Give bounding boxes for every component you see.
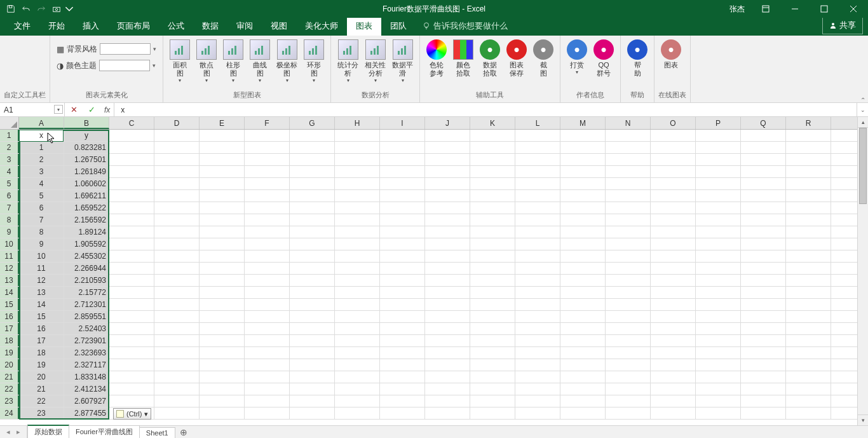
cell-Q9[interactable] [741,226,786,238]
cell-B2[interactable]: 0.823281 [64,142,109,153]
cell-H23[interactable] [335,395,380,407]
cell-H19[interactable] [335,347,380,359]
cell-G7[interactable] [290,202,335,214]
save-button[interactable] [4,2,18,16]
cell-K10[interactable] [470,238,515,250]
cell-P19[interactable] [696,347,741,359]
cell-N15[interactable] [606,299,651,310]
cell-O4[interactable] [651,166,696,177]
row-header-13[interactable]: 13 [0,275,19,286]
cell-P24[interactable] [696,407,741,419]
cell-M1[interactable] [560,130,606,141]
cell-L3[interactable] [515,154,560,165]
cell-A1[interactable]: x [19,130,64,141]
cell-E2[interactable] [200,142,245,153]
cell-C4[interactable] [109,166,154,177]
cell-L11[interactable] [515,250,560,262]
cell-F5[interactable] [245,178,290,189]
cell-O24[interactable] [651,407,696,419]
menu-tab-10[interactable]: 团队 [381,17,416,36]
col-header-L[interactable]: L [515,117,560,129]
cell-F12[interactable] [245,263,290,274]
cell-F6[interactable] [245,190,290,202]
cell-P12[interactable] [696,263,741,274]
name-box-dropdown[interactable]: ▾ [54,105,63,114]
cell-K11[interactable] [470,250,515,262]
cell-N9[interactable] [606,226,651,238]
cell-H24[interactable] [335,407,380,419]
cell-L2[interactable] [515,142,560,153]
cell-P21[interactable] [696,371,741,383]
cell-N6[interactable] [606,190,651,202]
cell-F13[interactable] [245,275,290,286]
cell-L19[interactable] [515,347,560,359]
cell-I24[interactable] [380,407,425,419]
cell-H15[interactable] [335,299,380,310]
cell-A2[interactable]: 1 [19,142,64,153]
cell-H9[interactable] [335,226,380,238]
col-header-D[interactable]: D [154,117,200,129]
cell-O7[interactable] [651,202,696,214]
cell-O1[interactable] [651,130,696,141]
cell-H1[interactable] [335,130,380,141]
cell-C18[interactable] [109,335,154,346]
cell-E24[interactable] [200,407,245,419]
online-chart-btn[interactable]: ●图表 [658,38,684,71]
menu-tab-0[interactable]: 文件 [5,17,39,36]
qat-customize-button[interactable] [65,2,74,16]
cell-D13[interactable] [154,275,200,286]
menu-tab-6[interactable]: 审阅 [227,17,262,36]
cell-D18[interactable] [154,335,200,346]
cell-P15[interactable] [696,299,741,310]
cell-C16[interactable] [109,311,154,322]
cell-P9[interactable] [696,226,741,238]
cell-R13[interactable] [786,275,831,286]
cell-P7[interactable] [696,202,741,214]
ring-chart-btn[interactable]: 环形 图▾ [301,38,327,85]
cell-P14[interactable] [696,287,741,298]
cell-H3[interactable] [335,154,380,165]
data-smooth-btn[interactable]: 数据平 滑▾ [390,38,416,85]
cell-G20[interactable] [290,359,335,371]
cell-O23[interactable] [651,395,696,407]
cell-E20[interactable] [200,359,245,371]
cell-E3[interactable] [200,154,245,165]
cell-R1[interactable] [786,130,831,141]
cell-J15[interactable] [425,299,470,310]
row-header-20[interactable]: 20 [0,359,19,371]
cell-M23[interactable] [560,395,606,407]
menu-tab-3[interactable]: 页面布局 [108,17,159,36]
cell-I15[interactable] [380,299,425,310]
cell-P11[interactable] [696,250,741,262]
menu-tab-1[interactable]: 开始 [39,17,74,36]
row-header-12[interactable]: 12 [0,263,19,274]
menu-tab-5[interactable]: 数据 [193,17,227,36]
cell-A16[interactable]: 15 [19,311,64,322]
col-header-H[interactable]: H [335,117,380,129]
cell-P10[interactable] [696,238,741,250]
cell-L15[interactable] [515,299,560,310]
cell-B21[interactable]: 1.833148 [64,371,109,383]
row-header-6[interactable]: 6 [0,190,19,202]
cell-K14[interactable] [470,287,515,298]
cell-D19[interactable] [154,347,200,359]
cell-F22[interactable] [245,383,290,395]
cell-C22[interactable] [109,383,154,395]
cell-H16[interactable] [335,311,380,322]
row-header-8[interactable]: 8 [0,214,19,226]
cell-G17[interactable] [290,323,335,334]
cell-E16[interactable] [200,311,245,322]
cell-I11[interactable] [380,250,425,262]
cell-G13[interactable] [290,275,335,286]
cell-I16[interactable] [380,311,425,322]
cell-J24[interactable] [425,407,470,419]
cell-F15[interactable] [245,299,290,310]
cell-F24[interactable] [245,407,290,419]
cell-I10[interactable] [380,238,425,250]
cell-D24[interactable] [154,407,200,419]
col-header-J[interactable]: J [425,117,470,129]
cell-L16[interactable] [515,311,560,322]
cell-Q1[interactable] [741,130,786,141]
cell-D5[interactable] [154,178,200,189]
cell-L9[interactable] [515,226,560,238]
